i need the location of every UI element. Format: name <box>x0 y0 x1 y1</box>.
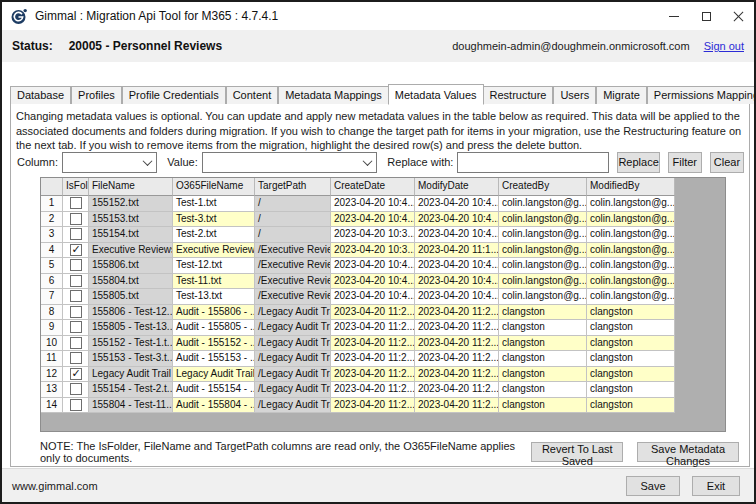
column-header-filename[interactable]: FileName <box>89 178 173 196</box>
row-number[interactable]: 2 <box>41 212 63 228</box>
cell-createdby[interactable]: colin.langston@g... <box>499 227 587 243</box>
cell-createdby[interactable]: colin.langston@g... <box>499 196 587 212</box>
row-number[interactable]: 5 <box>41 258 63 274</box>
cell-filename[interactable]: 155805.txt <box>89 289 173 305</box>
cell-createdate[interactable]: 2023-04-20 10:4... <box>331 274 415 290</box>
cell-modifiedby[interactable]: colin.langston@g... <box>587 258 675 274</box>
cell-targetpath[interactable]: / <box>255 196 331 212</box>
tab-permissions-mappings[interactable]: Permissions Mappings <box>647 86 756 104</box>
cell-filename[interactable]: 155804 - Test-11... <box>89 398 173 414</box>
cell-o365filename[interactable]: Test-1.txt <box>173 196 255 212</box>
row-number[interactable]: 14 <box>41 398 63 414</box>
cell-createdate[interactable]: 2023-04-20 11:2... <box>331 305 415 321</box>
row-number[interactable]: 3 <box>41 227 63 243</box>
cell-createdate[interactable]: 2023-04-20 11:2... <box>331 336 415 352</box>
cell-createdby[interactable]: clangston <box>499 336 587 352</box>
revert-to-last-saved-button[interactable]: Revert To Last Saved <box>531 442 623 462</box>
cell-modifydate[interactable]: 2023-04-20 10:4... <box>415 227 499 243</box>
cell-createdate[interactable]: 2023-04-20 10:4... <box>331 289 415 305</box>
cell-targetpath[interactable]: /Legacy Audit Trail <box>255 398 331 414</box>
cell-o365filename[interactable]: Audit - 155806 - ... <box>173 305 255 321</box>
isfolder-checkbox[interactable] <box>70 228 82 240</box>
exit-button[interactable]: Exit <box>692 476 740 496</box>
cell-filename[interactable]: 155152.txt <box>89 196 173 212</box>
save-metadata-changes-button[interactable]: Save Metadata Changes <box>637 442 739 462</box>
cell-createdby[interactable]: colin.langston@g... <box>499 258 587 274</box>
cell-targetpath[interactable]: /Executive Revie... <box>255 274 331 290</box>
cell-modifydate[interactable]: 2023-04-20 11:2... <box>415 320 499 336</box>
cell-o365filename[interactable]: Test-11.txt <box>173 274 255 290</box>
cell-modifydate[interactable]: 2023-04-20 10:4... <box>415 258 499 274</box>
row-number[interactable]: 13 <box>41 382 63 398</box>
cell-targetpath[interactable]: /Executive Revie... <box>255 289 331 305</box>
row-number[interactable]: 6 <box>41 274 63 290</box>
cell-createdby[interactable]: colin.langston@g... <box>499 212 587 228</box>
cell-createdate[interactable]: 2023-04-20 11:2... <box>331 382 415 398</box>
cell-modifydate[interactable]: 2023-04-20 11:2... <box>415 398 499 414</box>
isfolder-checkbox[interactable] <box>70 275 82 287</box>
cell-createdby[interactable]: clangston <box>499 382 587 398</box>
cell-createdate[interactable]: 2023-04-20 11:2... <box>331 398 415 414</box>
isfolder-checkbox[interactable] <box>70 290 82 302</box>
cell-modifydate[interactable]: 2023-04-20 11:2... <box>415 367 499 383</box>
cell-modifydate[interactable]: 2023-04-20 11:2... <box>415 305 499 321</box>
cell-targetpath[interactable]: /Executive Revie... <box>255 243 331 259</box>
cell-filename[interactable]: 155804.txt <box>89 274 173 290</box>
isfolder-checkbox[interactable] <box>70 197 82 209</box>
column-header-modifydate[interactable]: ModifyDate <box>415 178 499 196</box>
cell-modifydate[interactable]: 2023-04-20 11:1... <box>415 243 499 259</box>
cell-targetpath[interactable]: /Legacy Audit Trail <box>255 367 331 383</box>
isfolder-checkbox[interactable] <box>70 368 82 380</box>
cell-o365filename[interactable]: Test-3.txt <box>173 212 255 228</box>
row-number[interactable]: 1 <box>41 196 63 212</box>
cell-createdate[interactable]: 2023-04-20 10:3... <box>331 227 415 243</box>
cell-modifydate[interactable]: 2023-04-20 10:4... <box>415 196 499 212</box>
tab-migrate[interactable]: Migrate <box>596 86 647 104</box>
cell-filename[interactable]: 155153.txt <box>89 212 173 228</box>
isfolder-checkbox[interactable] <box>70 399 82 411</box>
cell-modifiedby[interactable]: colin.langston@g... <box>587 227 675 243</box>
row-number[interactable]: 8 <box>41 305 63 321</box>
cell-createdby[interactable]: clangston <box>499 351 587 367</box>
cell-targetpath[interactable]: / <box>255 227 331 243</box>
close-button[interactable] <box>722 2 754 30</box>
isfolder-checkbox[interactable] <box>70 352 82 364</box>
value-combobox[interactable] <box>202 152 378 173</box>
minimize-button[interactable] <box>658 2 690 30</box>
cell-modifiedby[interactable]: colin.langston@g... <box>587 289 675 305</box>
isfolder-checkbox[interactable] <box>70 321 82 333</box>
replace-with-input[interactable] <box>457 152 609 173</box>
cell-o365filename[interactable]: Audit - 155154 - ... <box>173 382 255 398</box>
cell-modifiedby[interactable]: clangston <box>587 305 675 321</box>
cell-modifiedby[interactable]: clangston <box>587 320 675 336</box>
tab-restructure[interactable]: Restructure <box>483 86 554 104</box>
cell-targetpath[interactable]: / <box>255 212 331 228</box>
cell-modifydate[interactable]: 2023-04-20 10:4... <box>415 289 499 305</box>
column-header-createdby[interactable]: CreatedBy <box>499 178 587 196</box>
save-button[interactable]: Save <box>626 476 680 496</box>
isfolder-checkbox[interactable] <box>70 306 82 318</box>
cell-modifydate[interactable]: 2023-04-20 11:2... <box>415 351 499 367</box>
cell-filename[interactable]: Legacy Audit Trail <box>89 367 173 383</box>
cell-targetpath[interactable]: /Legacy Audit Trail <box>255 351 331 367</box>
cell-modifiedby[interactable]: clangston <box>587 398 675 414</box>
cell-o365filename[interactable]: Audit - 155805 - ... <box>173 320 255 336</box>
cell-createdby[interactable]: colin.langston@g... <box>499 243 587 259</box>
row-number[interactable]: 7 <box>41 289 63 305</box>
cell-modifiedby[interactable]: colin.langston@g... <box>587 243 675 259</box>
cell-filename[interactable]: 155154.txt <box>89 227 173 243</box>
cell-filename[interactable]: 155805 - Test-13... <box>89 320 173 336</box>
grid-corner-cell[interactable] <box>41 178 63 196</box>
cell-createdate[interactable]: 2023-04-20 10:4... <box>331 196 415 212</box>
cell-targetpath[interactable]: /Legacy Audit Trail <box>255 382 331 398</box>
isfolder-checkbox[interactable] <box>70 244 82 256</box>
cell-createdby[interactable]: clangston <box>499 367 587 383</box>
filter-button[interactable]: Filter <box>668 152 702 173</box>
cell-o365filename[interactable]: Audit - 155152 - ... <box>173 336 255 352</box>
tab-users[interactable]: Users <box>553 86 596 104</box>
cell-targetpath[interactable]: /Legacy Audit Trail <box>255 320 331 336</box>
column-header-targetpath[interactable]: TargetPath <box>255 178 331 196</box>
cell-targetpath[interactable]: /Executive Revie... <box>255 258 331 274</box>
tab-metadata-values[interactable]: Metadata Values <box>388 84 484 105</box>
cell-targetpath[interactable]: /Legacy Audit Trail <box>255 305 331 321</box>
